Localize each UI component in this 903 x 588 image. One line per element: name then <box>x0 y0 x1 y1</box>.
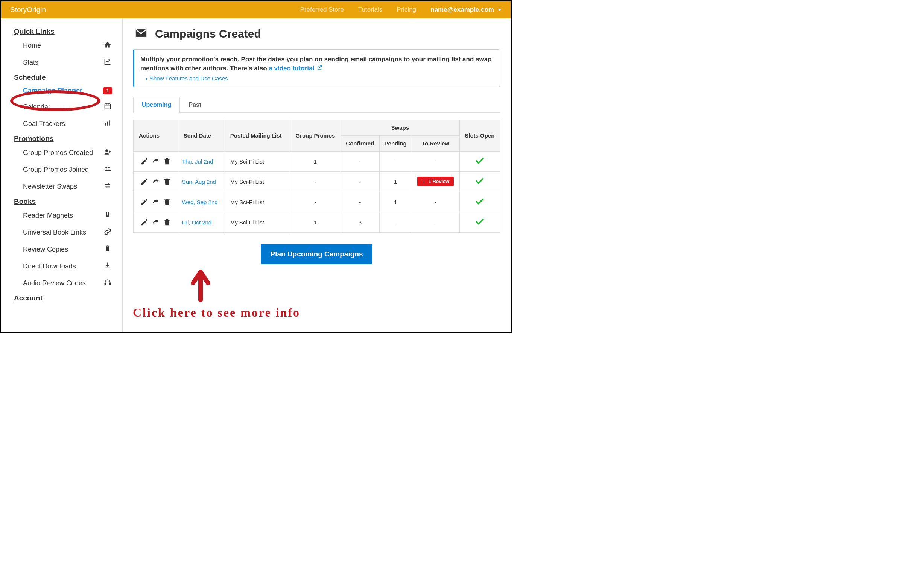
row-actions <box>139 157 174 165</box>
cell-pending: 1 <box>379 171 412 192</box>
th-swaps: Swaps <box>340 119 459 135</box>
sidebar-item-reader-magnets[interactable]: Reader Magnets <box>1 207 122 224</box>
trash-icon[interactable] <box>163 177 171 186</box>
nav-pricing[interactable]: Pricing <box>396 6 416 14</box>
svg-point-5 <box>105 166 107 168</box>
magnet-icon <box>104 211 112 220</box>
cell-confirmed: - <box>340 151 379 171</box>
nav-preferred-store[interactable]: Preferred Store <box>300 6 344 14</box>
table-row: Wed, Sep 2ndMy Sci-Fi List--1- <box>134 192 500 212</box>
share-icon[interactable] <box>152 218 160 226</box>
check-icon <box>475 176 485 186</box>
info-text: Multiply your promotion's reach. Post th… <box>140 55 493 73</box>
cell-confirmed: - <box>340 171 379 192</box>
svg-rect-1 <box>105 123 106 125</box>
sidebar-item-audio-review[interactable]: Audio Review Codes <box>1 275 122 292</box>
send-date-link[interactable]: Fri, Oct 2nd <box>182 219 211 226</box>
tabs: Upcoming Past <box>133 96 500 113</box>
cell-review: - <box>412 212 459 232</box>
svg-rect-12 <box>424 181 425 183</box>
cell-group: 1 <box>290 151 341 171</box>
sidebar: Quick Links Home Stats Schedule Campaign… <box>1 19 123 332</box>
row-actions <box>139 198 174 206</box>
row-actions <box>139 177 174 186</box>
plan-upcoming-button[interactable]: Plan Upcoming Campaigns <box>261 244 373 264</box>
home-icon <box>104 41 112 50</box>
edit-icon[interactable] <box>140 157 149 165</box>
sidebar-item-label: Calendar <box>23 103 104 111</box>
chart-line-icon <box>104 58 112 67</box>
review-button[interactable]: 1 Review <box>417 177 454 187</box>
cell-pending: - <box>379 212 412 232</box>
share-icon[interactable] <box>152 177 160 186</box>
tab-upcoming[interactable]: Upcoming <box>133 97 180 113</box>
sidebar-item-review-copies[interactable]: Review Copies <box>1 241 122 258</box>
svg-rect-2 <box>107 122 108 125</box>
swap-icon <box>104 182 112 191</box>
send-date-link[interactable]: Sun, Aug 2nd <box>182 179 216 185</box>
edit-icon[interactable] <box>140 177 149 186</box>
sidebar-item-direct-downloads[interactable]: Direct Downloads <box>1 258 122 275</box>
cell-slots <box>459 151 500 171</box>
sidebar-item-label: Stats <box>23 59 104 67</box>
sb-heading-books: Books <box>1 195 122 207</box>
sidebar-item-label: Home <box>23 42 104 50</box>
calendar-icon <box>104 102 112 112</box>
trash-icon[interactable] <box>163 157 171 165</box>
sidebar-item-label: Audio Review Codes <box>23 279 104 287</box>
svg-rect-0 <box>105 104 111 109</box>
trash-icon[interactable] <box>163 218 171 226</box>
sidebar-item-home[interactable]: Home <box>1 37 122 54</box>
bar-chart-icon <box>104 119 112 129</box>
sidebar-item-label: Goal Trackers <box>23 120 104 128</box>
sidebar-item-newsletter-swaps[interactable]: Newsletter Swaps <box>1 178 122 195</box>
th-confirmed: Confirmed <box>340 135 379 151</box>
check-icon <box>475 217 485 227</box>
svg-rect-8 <box>107 246 109 247</box>
th-posted: Posted Mailing List <box>225 119 290 151</box>
cell-group: 1 <box>290 212 341 232</box>
sidebar-item-label: Group Promos Created <box>23 149 104 157</box>
edit-icon[interactable] <box>140 198 149 206</box>
main-content: Campaigns Created Multiply your promotio… <box>123 19 511 332</box>
brand[interactable]: StoryOrigin <box>10 6 46 14</box>
sidebar-item-ubl[interactable]: Universal Book Links <box>1 224 122 241</box>
user-plus-icon <box>104 148 112 158</box>
cell-list: My Sci-Fi List <box>225 171 290 192</box>
cell-pending: - <box>379 151 412 171</box>
sb-heading-account: Account <box>1 292 122 304</box>
sidebar-item-label: Newsletter Swaps <box>23 183 104 191</box>
caret-down-icon <box>498 9 502 11</box>
send-date-link[interactable]: Thu, Jul 2nd <box>182 158 213 165</box>
svg-rect-3 <box>109 120 110 125</box>
envelope-icon <box>133 27 149 41</box>
sidebar-item-campaign-planner[interactable]: Campaign Planner 1 <box>1 83 122 99</box>
user-menu[interactable]: name@example.com <box>430 6 502 14</box>
edit-icon[interactable] <box>140 218 149 226</box>
nav-tutorials[interactable]: Tutorials <box>358 6 383 14</box>
video-tutorial-link[interactable]: a video tutorial <box>269 65 322 72</box>
sidebar-item-gp-created[interactable]: Group Promos Created <box>1 144 122 161</box>
cell-group: - <box>290 171 341 192</box>
svg-point-4 <box>105 149 108 152</box>
send-date-link[interactable]: Wed, Sep 2nd <box>182 199 218 205</box>
sidebar-item-label: Campaign Planner <box>23 87 103 95</box>
clipboard-icon <box>104 245 112 254</box>
sidebar-item-stats[interactable]: Stats <box>1 54 122 71</box>
sidebar-item-label: Direct Downloads <box>23 262 104 270</box>
users-icon <box>104 165 112 174</box>
show-features-toggle[interactable]: ›Show Features and Use Cases <box>140 75 493 82</box>
cell-confirmed: 3 <box>340 212 379 232</box>
cell-list: My Sci-Fi List <box>225 151 290 171</box>
sidebar-item-gp-joined[interactable]: Group Promos Joined <box>1 161 122 178</box>
link-icon <box>104 228 112 237</box>
trash-icon[interactable] <box>163 198 171 206</box>
topbar: StoryOrigin Preferred Store Tutorials Pr… <box>1 1 511 19</box>
cell-slots <box>459 171 500 192</box>
topbar-nav: Preferred Store Tutorials Pricing name@e… <box>300 6 502 14</box>
share-icon[interactable] <box>152 157 160 165</box>
tab-past[interactable]: Past <box>180 97 210 113</box>
sidebar-item-goal-trackers[interactable]: Goal Trackers <box>1 115 122 132</box>
share-icon[interactable] <box>152 198 160 206</box>
sidebar-item-calendar[interactable]: Calendar <box>1 99 122 115</box>
